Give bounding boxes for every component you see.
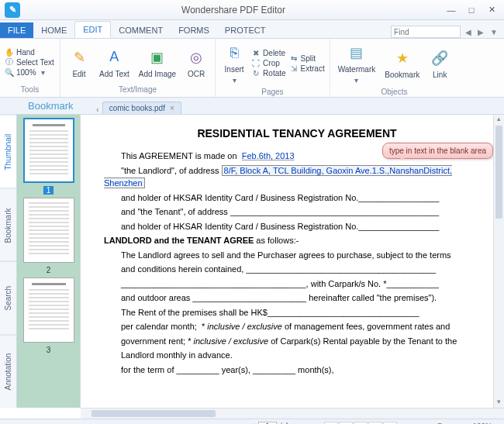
group-label-objects: Objects bbox=[335, 86, 454, 98]
side-tab-search[interactable]: Search bbox=[0, 261, 16, 335]
doc-text: government rent; * inclusive / exclusive… bbox=[121, 336, 457, 346]
zoom-tool[interactable]: 🔍100%▾ bbox=[5, 67, 54, 77]
tab-edit[interactable]: EDIT bbox=[74, 21, 111, 38]
link-button[interactable]: 🔗Link bbox=[426, 46, 454, 81]
crop-button[interactable]: ⛶Crop bbox=[251, 59, 285, 68]
document-tab-bar: Bookmark ‹ comic books.pdf × bbox=[0, 98, 504, 115]
scroll-up-arrow[interactable]: ▴ bbox=[494, 115, 504, 125]
tab-home[interactable]: HOME bbox=[33, 22, 74, 38]
add-text-button[interactable]: AAdd Text bbox=[96, 45, 133, 80]
hint-callout: type in text in the blank area bbox=[382, 143, 493, 159]
scroll-down-arrow[interactable]: ▾ bbox=[494, 398, 504, 408]
thumbnail-page-2[interactable] bbox=[23, 198, 74, 263]
find-options-button[interactable]: ▼ bbox=[488, 28, 499, 36]
thumbnail-number: 1 bbox=[43, 186, 54, 195]
tab-protect[interactable]: PROTECT bbox=[217, 22, 274, 38]
view-continuous-button[interactable]: ☰ bbox=[339, 422, 353, 425]
rotate-button[interactable]: ↻Rotate bbox=[251, 69, 285, 78]
image-icon: ▣ bbox=[147, 47, 168, 68]
thumbnail-page-3[interactable] bbox=[23, 277, 74, 343]
extract-button[interactable]: ⇲Extract bbox=[289, 64, 325, 73]
split-button[interactable]: ⇆Split bbox=[289, 53, 325, 63]
hand-icon: ✋ bbox=[5, 47, 14, 57]
doc-text: per calendar month; * inclusive / exclus… bbox=[121, 322, 450, 331]
view-single-button[interactable]: ▯ bbox=[324, 422, 338, 425]
view-facing-button[interactable]: ▯▯ bbox=[354, 422, 368, 425]
ocr-icon: ◎ bbox=[185, 47, 207, 68]
maximize-button[interactable]: □ bbox=[462, 3, 481, 17]
text-icon: A bbox=[103, 47, 125, 68]
chevron-down-icon: ▾ bbox=[352, 75, 361, 84]
thumbnail-number: 2 bbox=[47, 266, 51, 274]
group-label-tools: Tools bbox=[5, 84, 55, 95]
insert-button[interactable]: ⎘Insert▾ bbox=[220, 40, 248, 86]
find-input[interactable] bbox=[391, 26, 461, 38]
document-viewport[interactable]: type in text in the blank area RESIDENTI… bbox=[81, 115, 504, 408]
close-button[interactable]: ✕ bbox=[482, 3, 501, 17]
link-icon: 🔗 bbox=[429, 47, 450, 69]
menu-tab-bar: FILE HOME EDIT COMMENT FORMS PROTECT ◀ ▶… bbox=[0, 20, 504, 39]
split-icon: ⇆ bbox=[289, 53, 299, 63]
bookmark-icon: ★ bbox=[392, 47, 413, 69]
bookmark-panel-label: Bookmark bbox=[23, 98, 78, 114]
bookmark-button[interactable]: ★Bookmark bbox=[381, 46, 423, 81]
select-text-tool[interactable]: ⒾSelect Text bbox=[5, 57, 54, 67]
insert-icon: ⎘ bbox=[223, 42, 245, 64]
status-bar: ⏮ ◀ / 4 ▶ ⏭ ▯ ☰ ▯▯ ☰☰ ⛶ – + 100% ▾ bbox=[0, 419, 504, 424]
delete-icon: ✖ bbox=[251, 49, 261, 58]
zoom-icon: 🔍 bbox=[5, 67, 14, 77]
watermark-icon: ▤ bbox=[346, 42, 368, 64]
add-image-button[interactable]: ▣Add Image bbox=[136, 45, 179, 80]
find-next-button[interactable]: ▶ bbox=[476, 28, 485, 36]
app-logo: ✎ bbox=[5, 2, 20, 18]
thumbnail-panel: 1 2 3 bbox=[17, 115, 81, 408]
side-tab-bookmark[interactable]: Bookmark bbox=[0, 188, 16, 262]
vertical-scrollbar[interactable]: ▴ ▾ bbox=[493, 115, 504, 408]
close-tab-icon[interactable]: × bbox=[170, 104, 174, 112]
ribbon: ✋Hand ⒾSelect Text 🔍100%▾ Tools ✎Edit AA… bbox=[0, 39, 504, 98]
app-title: Wondershare PDF Editor bbox=[25, 5, 442, 16]
find-prev-button[interactable]: ◀ bbox=[464, 28, 473, 36]
chevron-down-icon: ▾ bbox=[230, 75, 239, 84]
document-tab[interactable]: comic books.pdf × bbox=[102, 102, 181, 114]
rotate-icon: ↻ bbox=[251, 69, 261, 78]
side-tab-annotation[interactable]: Annotation bbox=[0, 335, 16, 408]
scroll-thumb[interactable] bbox=[91, 410, 216, 417]
thumbnail-number: 3 bbox=[47, 346, 51, 354]
delete-button[interactable]: ✖Delete bbox=[251, 49, 285, 58]
title-bar: ✎ Wondershare PDF Editor — □ ✕ bbox=[0, 0, 504, 20]
document-tab-label: comic books.pdf bbox=[109, 104, 165, 112]
doc-tab-prev[interactable]: ‹ bbox=[96, 105, 99, 114]
thumbnail-page-1[interactable] bbox=[23, 118, 74, 183]
pencil-icon: ✎ bbox=[68, 47, 90, 68]
edit-button[interactable]: ✎Edit bbox=[65, 45, 93, 80]
view-full-button[interactable]: ⛶ bbox=[383, 422, 397, 425]
extract-icon: ⇲ bbox=[289, 64, 299, 73]
group-label-textimage: Text/Image bbox=[65, 84, 210, 95]
scroll-thumb[interactable] bbox=[495, 126, 502, 219]
side-panel-tabs: Thumbnail Bookmark Search Annotation bbox=[0, 115, 17, 408]
group-label-pages: Pages bbox=[220, 86, 325, 98]
hand-tool[interactable]: ✋Hand bbox=[5, 47, 54, 57]
cursor-icon: Ⓘ bbox=[5, 57, 14, 67]
tab-file[interactable]: FILE bbox=[0, 22, 33, 38]
side-tab-thumbnail[interactable]: Thumbnail bbox=[0, 115, 16, 188]
crop-icon: ⛶ bbox=[251, 59, 261, 68]
tab-forms[interactable]: FORMS bbox=[171, 22, 217, 38]
minimize-button[interactable]: — bbox=[442, 3, 461, 17]
watermark-button[interactable]: ▤Watermark▾ bbox=[335, 40, 379, 86]
horizontal-scrollbar[interactable] bbox=[81, 408, 504, 419]
ocr-button[interactable]: ◎OCR bbox=[182, 45, 210, 80]
date-field[interactable]: Feb.6th, 2013 bbox=[242, 151, 295, 160]
tab-comment[interactable]: COMMENT bbox=[111, 22, 171, 38]
view-cont-facing-button[interactable]: ☰☰ bbox=[368, 422, 382, 425]
document-title: RESIDENTIAL TENANCY AGREEMENT bbox=[104, 126, 490, 142]
chevron-down-icon: ▾ bbox=[39, 67, 48, 77]
find-group: ◀ ▶ ▼ bbox=[391, 26, 499, 38]
